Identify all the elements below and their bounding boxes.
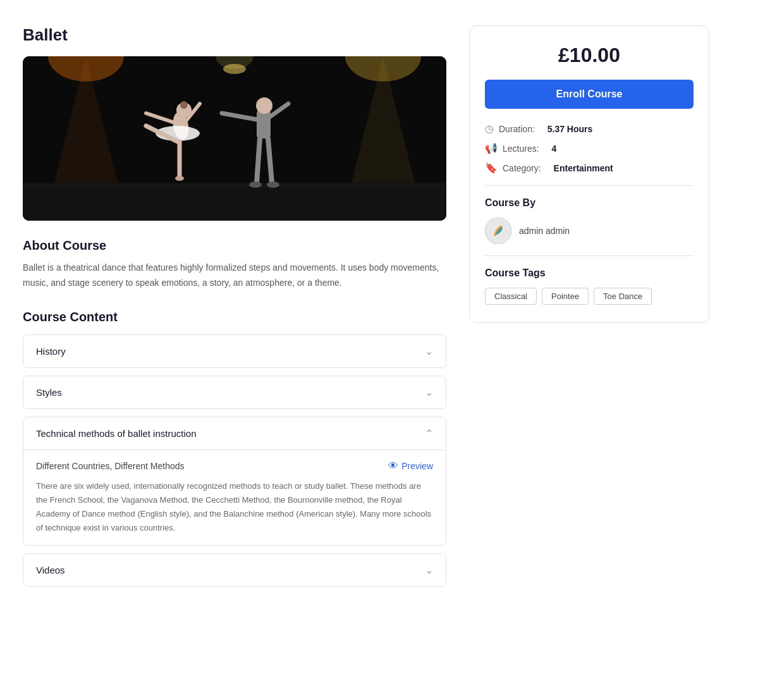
lectures-label: Lectures: [503,144,539,154]
svg-point-24 [267,181,279,188]
svg-point-10 [180,101,188,109]
tag-toe-dance[interactable]: Toe Dance [594,288,652,305]
chevron-down-icon: ⌄ [425,386,433,398]
main-content: Ballet [23,25,446,594]
avatar [485,218,511,244]
accordion-body-technical: Different Countries, Different Methods 👁… [23,450,446,545]
svg-point-18 [256,97,272,114]
sidebar: £10.00 Enroll Course ◷ Duration: 5.37 Ho… [469,25,709,594]
accordion-header-technical[interactable]: Technical methods of ballet instruction … [23,417,446,450]
lectures-value: 4 [551,144,556,154]
accordion-header-history[interactable]: History ⌄ [23,335,446,367]
accordion-header-styles[interactable]: Styles ⌄ [23,376,446,408]
about-course-title: About Course [23,238,446,253]
about-course-text: Ballet is a theatrical dance that featur… [23,261,446,291]
duration-meta: ◷ Duration: 5.37 Hours [485,123,694,135]
duration-value: 5.37 Hours [547,124,593,134]
accordion-technical: Technical methods of ballet instruction … [23,417,446,546]
tag-classical[interactable]: Classical [485,288,537,305]
svg-rect-5 [23,183,446,221]
eye-icon: 👁 [388,460,398,472]
preview-label: Preview [401,461,433,471]
lecture-description: There are six widely used, international… [36,479,433,535]
svg-line-21 [257,138,260,183]
preview-link[interactable]: 👁 Preview [388,460,433,472]
svg-point-16 [175,176,184,181]
category-value: Entertainment [554,163,613,173]
chevron-up-icon: ⌃ [425,427,433,439]
divider-1 [485,185,694,186]
duration-label: Duration: [499,124,535,134]
accordion-title-technical: Technical methods of ballet instruction [36,428,196,439]
svg-point-23 [249,181,262,188]
accordion-title-videos: Videos [36,565,65,575]
tag-pointee[interactable]: Pointee [542,288,589,305]
lecture-title: Different Countries, Different Methods [36,461,185,471]
lecture-row: Different Countries, Different Methods 👁… [36,460,433,472]
enroll-button[interactable]: Enroll Course [485,80,694,109]
accordion-title-history: History [36,346,66,357]
divider-2 [485,255,694,256]
course-by-title: Course By [485,197,694,209]
tags-title: Course Tags [485,267,694,279]
author-row: admin admin [485,218,694,244]
course-image [23,56,446,221]
course-content-title: Course Content [23,310,446,324]
category-label: Category: [503,163,541,173]
page-title: Ballet [23,25,446,45]
course-price: £10.00 [485,44,694,67]
lectures-meta: 📢 Lectures: 4 [485,142,694,154]
bookmark-icon: 🔖 [485,162,498,174]
svg-rect-17 [257,110,271,138]
chevron-down-icon: ⌄ [425,564,433,576]
accordion-history: History ⌄ [23,335,446,368]
megaphone-icon: 📢 [485,142,498,154]
sidebar-card: £10.00 Enroll Course ◷ Duration: 5.37 Ho… [469,25,709,323]
tags-list: Classical Pointee Toe Dance [485,288,694,305]
svg-point-4 [223,64,246,74]
accordion-styles: Styles ⌄ [23,376,446,409]
chevron-down-icon: ⌄ [425,345,433,357]
accordion-title-styles: Styles [36,387,62,398]
accordion-header-videos[interactable]: Videos ⌄ [23,554,446,586]
clock-icon: ◷ [485,123,494,135]
author-name: admin admin [519,226,570,236]
category-meta: 🔖 Category: Entertainment [485,162,694,174]
accordion-videos: Videos ⌄ [23,553,446,587]
